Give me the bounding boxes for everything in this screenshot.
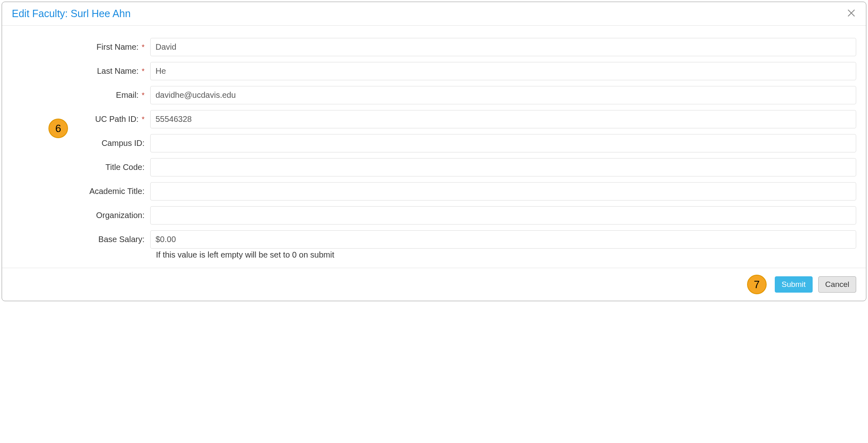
row-email: Email: * bbox=[12, 86, 856, 104]
row-first-name: First Name: * bbox=[12, 38, 856, 56]
first-name-input[interactable] bbox=[150, 38, 856, 56]
campus-id-input[interactable] bbox=[150, 134, 856, 152]
dialog-footer: 7 Submit Cancel bbox=[2, 268, 866, 301]
required-marker: * bbox=[142, 91, 145, 99]
row-last-name: Last Name: * bbox=[12, 62, 856, 80]
submit-button[interactable]: Submit bbox=[775, 276, 813, 293]
required-marker: * bbox=[142, 43, 145, 51]
dialog-title: Edit Faculty: Surl Hee Ahn bbox=[12, 8, 131, 20]
base-salary-input[interactable] bbox=[150, 230, 856, 249]
academic-title-input[interactable] bbox=[150, 182, 856, 201]
base-salary-help-text: If this value is left empty will be set … bbox=[156, 250, 856, 260]
required-marker: * bbox=[142, 67, 145, 75]
label-email: Email: * bbox=[12, 90, 150, 100]
required-marker: * bbox=[142, 115, 145, 123]
edit-faculty-dialog: Edit Faculty: Surl Hee Ahn 6 First Name:… bbox=[2, 2, 866, 301]
uc-path-id-input[interactable] bbox=[150, 110, 856, 128]
row-organization: Organization: bbox=[12, 206, 856, 225]
label-campus-id: Campus ID: bbox=[12, 139, 150, 148]
label-last-name: Last Name: * bbox=[12, 66, 150, 76]
row-title-code: Title Code: bbox=[12, 158, 856, 176]
row-uc-path-id: UC Path ID: * bbox=[12, 110, 856, 128]
last-name-input[interactable] bbox=[150, 62, 856, 80]
organization-input[interactable] bbox=[150, 206, 856, 225]
close-button[interactable] bbox=[846, 8, 856, 19]
label-title-code: Title Code: bbox=[12, 163, 150, 172]
row-campus-id: Campus ID: bbox=[12, 134, 856, 152]
title-code-input[interactable] bbox=[150, 158, 856, 176]
label-base-salary: Base Salary: bbox=[12, 235, 150, 244]
email-input[interactable] bbox=[150, 86, 856, 104]
label-organization: Organization: bbox=[12, 211, 150, 220]
close-icon bbox=[846, 13, 856, 19]
annotation-badge-7: 7 bbox=[747, 275, 767, 294]
dialog-header: Edit Faculty: Surl Hee Ahn bbox=[2, 2, 866, 26]
label-first-name: First Name: * bbox=[12, 42, 150, 52]
label-uc-path-id: UC Path ID: * bbox=[12, 115, 150, 124]
label-academic-title: Academic Title: bbox=[12, 187, 150, 196]
row-academic-title: Academic Title: bbox=[12, 182, 856, 201]
cancel-button[interactable]: Cancel bbox=[818, 276, 856, 293]
row-base-salary: Base Salary: bbox=[12, 230, 856, 249]
dialog-body: 6 First Name: * Last Name: * Email: * bbox=[2, 26, 866, 268]
